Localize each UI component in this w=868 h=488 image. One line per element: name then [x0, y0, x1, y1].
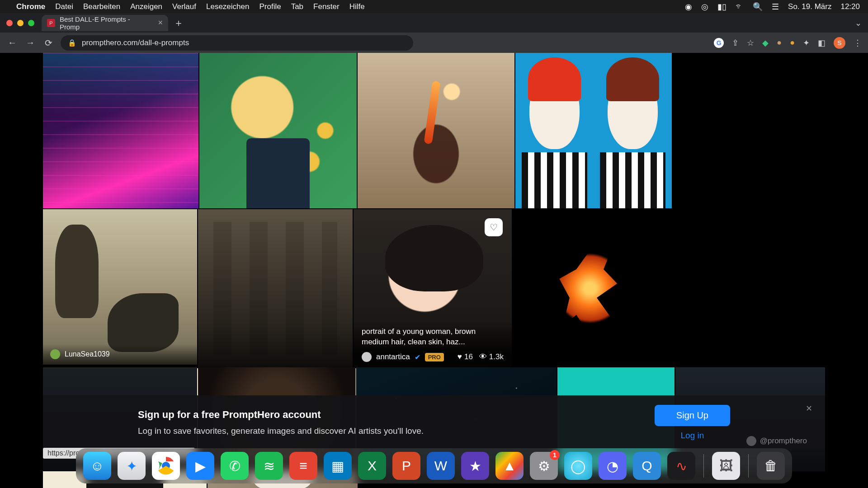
- signup-button[interactable]: Sign Up: [655, 405, 730, 426]
- finder-icon[interactable]: ☺: [83, 452, 111, 480]
- chrome-menu-icon[interactable]: ⋮: [854, 38, 862, 48]
- wifi-icon[interactable]: ᯤ: [736, 2, 744, 11]
- settings-icon[interactable]: ⚙1: [530, 452, 558, 480]
- extension-icon[interactable]: ●: [777, 38, 782, 47]
- share-icon[interactable]: ⇪: [732, 38, 739, 48]
- prompt-card-hovered[interactable]: ♡ portrait of a young woman, brown mediu…: [354, 209, 512, 367]
- banner-handle[interactable]: @prompthero: [746, 436, 807, 446]
- tab-list-button[interactable]: ⌄: [855, 18, 862, 28]
- app-icon[interactable]: ◯: [564, 452, 592, 480]
- prompt-image: [358, 53, 514, 208]
- verified-icon: ✔: [415, 353, 420, 361]
- powerpoint-icon[interactable]: P: [392, 452, 420, 480]
- window-zoom-button[interactable]: [28, 20, 34, 26]
- window-minimize-button[interactable]: [17, 20, 24, 26]
- trash-icon[interactable]: 🗑: [757, 452, 785, 480]
- favicon-icon: P: [47, 19, 55, 27]
- reload-button[interactable]: ⟳: [42, 38, 54, 48]
- control-center-icon[interactable]: ☰: [772, 2, 779, 12]
- spotify-icon[interactable]: ≋: [255, 452, 283, 480]
- browser-tab[interactable]: P Best DALL-E Prompts - Promp ×: [42, 15, 168, 31]
- menu-item[interactable]: Bearbeiten: [83, 2, 120, 11]
- url-text: prompthero.com/dall-e-prompts: [82, 38, 189, 47]
- handle-text: @prompthero: [760, 436, 807, 446]
- extension-icon[interactable]: ◆: [762, 38, 769, 48]
- macos-dock: ☺ ✦ ▶ ✆ ≋ ≡ ▦ X P W ★ ▲ ⚙1 ◯ ◔ Q ∿ 🖼 🗑: [76, 448, 792, 483]
- battery-icon[interactable]: ▮▯: [717, 2, 726, 12]
- new-tab-button[interactable]: ＋: [174, 16, 184, 30]
- card-username[interactable]: anntartica: [376, 352, 410, 361]
- login-link[interactable]: Log in: [681, 431, 704, 441]
- prompt-card[interactable]: [515, 53, 672, 208]
- drive-icon[interactable]: ▲: [495, 452, 524, 480]
- card-hover-meta: portrait of a young woman, brown medium …: [354, 320, 512, 367]
- google-icon[interactable]: G: [714, 38, 724, 48]
- voice-memos-icon[interactable]: ∿: [667, 452, 695, 480]
- trello-icon[interactable]: ▦: [324, 452, 352, 480]
- menu-item[interactable]: Fenster: [313, 2, 340, 11]
- banner-close-button[interactable]: ✕: [806, 404, 812, 413]
- menu-item[interactable]: Tab: [291, 2, 303, 11]
- menu-item[interactable]: Lesezeichen: [206, 2, 249, 11]
- search-icon[interactable]: 🔍: [753, 2, 763, 12]
- menu-item[interactable]: Datei: [55, 2, 73, 11]
- window-close-button[interactable]: [6, 20, 13, 26]
- prompt-card[interactable]: [358, 53, 514, 208]
- badge-count: 1: [550, 450, 560, 460]
- menu-item[interactable]: Anzeigen: [130, 2, 162, 11]
- word-icon[interactable]: W: [427, 452, 455, 480]
- banner-subtitle: Log in to save favorites, generate image…: [138, 426, 424, 436]
- bookmark-icon[interactable]: ☆: [747, 38, 754, 48]
- extensions-menu-icon[interactable]: ✦: [803, 38, 810, 48]
- screencap-icon[interactable]: ◎: [701, 2, 708, 12]
- prompt-card[interactable]: LunaSea1039: [43, 209, 197, 365]
- record-icon[interactable]: ◉: [685, 2, 692, 12]
- likes-count: ♥16: [458, 352, 473, 361]
- prompt-image: [513, 209, 667, 367]
- chrome-toolbar: ← → ⟳ 🔒 prompthero.com/dall-e-prompts G …: [0, 33, 868, 53]
- lock-icon[interactable]: 🔒: [68, 39, 76, 47]
- extension-icon[interactable]: ●: [790, 38, 795, 47]
- prompt-image: [199, 53, 357, 208]
- prompt-card[interactable]: [198, 209, 353, 367]
- views-count: 👁1.3k: [479, 352, 504, 361]
- chrome-icon[interactable]: [152, 452, 180, 480]
- macos-menubar: Chrome Datei Bearbeiten Anzeigen Verlauf…: [0, 0, 868, 13]
- favorite-button[interactable]: ♡: [485, 218, 503, 236]
- prompt-card[interactable]: [199, 53, 357, 208]
- heart-icon: ♥: [458, 352, 462, 361]
- prompt-card[interactable]: [43, 53, 198, 208]
- heart-icon: ♡: [490, 222, 498, 233]
- back-button[interactable]: ←: [6, 38, 18, 48]
- profile-avatar[interactable]: s: [834, 37, 845, 49]
- todoist-icon[interactable]: ≡: [289, 452, 317, 480]
- menu-app[interactable]: Chrome: [16, 2, 45, 11]
- menubar-date[interactable]: So. 19. März: [788, 2, 831, 11]
- discord-icon[interactable]: ◔: [599, 452, 627, 480]
- whatsapp-icon[interactable]: ✆: [221, 452, 249, 480]
- prompt-image: [198, 209, 353, 367]
- excel-icon[interactable]: X: [358, 452, 386, 480]
- safari-icon[interactable]: ✦: [118, 452, 146, 480]
- prompt-card[interactable]: [513, 209, 667, 367]
- prompt-text: portrait of a young woman, brown medium …: [362, 327, 504, 347]
- card-username[interactable]: LunaSea1039: [65, 350, 110, 358]
- preview-doc-icon[interactable]: 🖼: [712, 452, 740, 480]
- sidepanel-icon[interactable]: ◧: [818, 38, 826, 48]
- imovie-icon[interactable]: ★: [461, 452, 489, 480]
- menu-item[interactable]: Profile: [259, 2, 281, 11]
- user-avatar-icon: [50, 349, 60, 359]
- menu-item[interactable]: Hilfe: [349, 2, 365, 11]
- zoom-icon[interactable]: ▶: [186, 452, 214, 480]
- menu-item[interactable]: Verlauf: [172, 2, 196, 11]
- prompt-image: [43, 209, 197, 365]
- user-avatar-icon: [746, 436, 756, 446]
- address-bar[interactable]: 🔒 prompthero.com/dall-e-prompts: [61, 35, 413, 51]
- window-controls: [6, 20, 34, 26]
- tab-close-button[interactable]: ×: [158, 18, 163, 28]
- tab-title: Best DALL-E Prompts - Promp: [60, 15, 152, 31]
- menubar-time[interactable]: 12:20: [840, 2, 860, 11]
- quicktime-icon[interactable]: Q: [633, 452, 661, 480]
- forward-button[interactable]: →: [24, 38, 36, 48]
- user-avatar-icon: [362, 352, 372, 362]
